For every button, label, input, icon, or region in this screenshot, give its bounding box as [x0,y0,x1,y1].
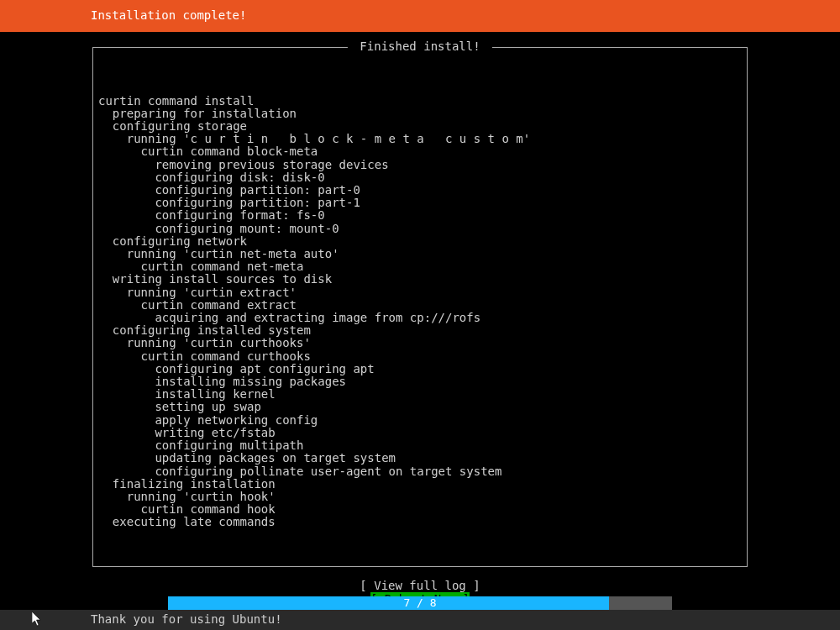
header-bar: Installation complete! [0,0,840,32]
progress-fill [168,596,609,610]
progress-label: 7 / 8 [403,597,436,609]
install-log-box: Finished install! curtin command install… [92,47,748,567]
header-title: Installation complete! [91,9,246,22]
footer-message: Thank you for using Ubuntu! [91,613,282,626]
footer-bar: Thank you for using Ubuntu! [0,610,840,630]
install-log-text: curtin command install preparing for ins… [98,95,742,529]
view-full-log-button[interactable]: [ View full log ] [360,579,480,592]
progress-bar: 7 / 8 [168,596,672,610]
main-area: Finished install! curtin command install… [0,32,840,606]
box-title: Finished install! [348,40,492,53]
progress-area: 7 / 8 [0,596,840,610]
